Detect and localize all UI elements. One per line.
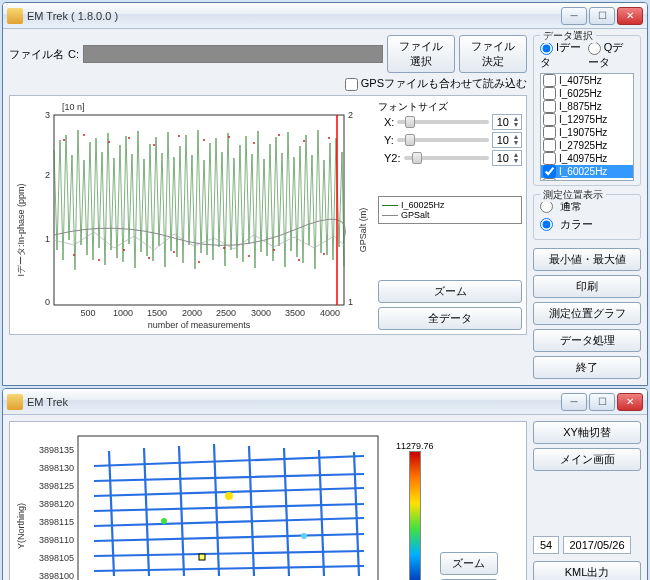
svg-text:1000: 1000 bbox=[113, 308, 133, 318]
map-window: EM Trek ─ ☐ ✕ Y(Northing) 38981003898105… bbox=[2, 388, 648, 580]
list-item[interactable]: I_27925Hz bbox=[541, 139, 633, 152]
svg-text:Y(Northing): Y(Northing) bbox=[16, 503, 26, 549]
close-button[interactable]: ✕ bbox=[617, 393, 643, 411]
svg-point-4 bbox=[63, 139, 65, 141]
record-number-field[interactable] bbox=[533, 536, 559, 554]
svg-point-60 bbox=[301, 533, 307, 539]
chart-legend: I_60025Hz GPSalt bbox=[378, 196, 522, 224]
window-title: EM Trek ( 1.8.0.0 ) bbox=[27, 10, 561, 22]
list-item[interactable]: I_8875Hz bbox=[541, 100, 633, 113]
pos-display-panel: 測定位置表示 通常 カラー bbox=[533, 194, 641, 240]
radio-color[interactable]: カラー bbox=[540, 217, 634, 232]
date-field[interactable] bbox=[563, 536, 631, 554]
svg-point-15 bbox=[328, 137, 330, 139]
minimize-button[interactable]: ─ bbox=[561, 7, 587, 25]
xy-switch-button[interactable]: XY軸切替 bbox=[533, 421, 641, 444]
alldata-button[interactable]: 全データ bbox=[378, 307, 522, 330]
svg-text:2: 2 bbox=[45, 170, 50, 180]
svg-text:3898115: 3898115 bbox=[39, 517, 74, 527]
svg-point-11 bbox=[228, 136, 230, 138]
svg-text:3898130: 3898130 bbox=[39, 463, 74, 473]
list-item[interactable]: I_40975Hz bbox=[541, 152, 633, 165]
close-button[interactable]: ✕ bbox=[617, 7, 643, 25]
titlebar[interactable]: EM Trek ( 1.8.0.0 ) ─ ☐ ✕ bbox=[3, 3, 647, 29]
svg-text:3500: 3500 bbox=[285, 308, 305, 318]
svg-text:3898135: 3898135 bbox=[39, 445, 74, 455]
svg-point-23 bbox=[248, 255, 250, 257]
svg-text:1: 1 bbox=[348, 297, 353, 307]
svg-text:2000: 2000 bbox=[182, 308, 202, 318]
titlebar-2[interactable]: EM Trek ─ ☐ ✕ bbox=[3, 389, 647, 415]
zoom-button[interactable]: ズーム bbox=[378, 280, 522, 303]
svg-point-25 bbox=[298, 259, 300, 261]
svg-text:0: 0 bbox=[45, 297, 50, 307]
radio-q-data[interactable]: Qデータ bbox=[588, 40, 634, 70]
svg-point-9 bbox=[178, 135, 180, 137]
window-title-2: EM Trek bbox=[27, 396, 561, 408]
svg-point-16 bbox=[73, 254, 75, 256]
svg-rect-3 bbox=[54, 115, 344, 305]
minimize-button[interactable]: ─ bbox=[561, 393, 587, 411]
svg-point-58 bbox=[225, 492, 233, 500]
file-path-field[interactable] bbox=[83, 45, 383, 63]
main-screen-button[interactable]: メイン画面 bbox=[533, 448, 641, 471]
svg-text:1500: 1500 bbox=[147, 308, 167, 318]
svg-point-19 bbox=[148, 257, 150, 259]
svg-text:3898125: 3898125 bbox=[39, 481, 74, 491]
svg-point-20 bbox=[173, 251, 175, 253]
list-item[interactable]: I_60025Hz bbox=[541, 165, 633, 178]
svg-point-10 bbox=[203, 139, 205, 141]
slider-x[interactable]: X:10▲▼ bbox=[384, 114, 522, 130]
app-icon bbox=[7, 8, 23, 24]
fontsize-label: フォントサイズ bbox=[378, 100, 522, 114]
svg-point-6 bbox=[108, 141, 110, 143]
frequency-listbox[interactable]: I_4075HzI_6025HzI_8875HzI_12975HzI_19075… bbox=[540, 73, 634, 181]
list-item[interactable]: I_12975Hz bbox=[541, 113, 633, 126]
svg-point-5 bbox=[83, 134, 85, 136]
minmax-button[interactable]: 最小値・最大値 bbox=[533, 248, 641, 271]
posgraph-button[interactable]: 測定位置グラフ bbox=[533, 302, 641, 325]
print-button[interactable]: 印刷 bbox=[533, 275, 641, 298]
file-confirm-button[interactable]: ファイル決定 bbox=[459, 35, 527, 73]
kml-export-button[interactable]: KML出力 bbox=[533, 561, 641, 580]
svg-text:1: 1 bbox=[45, 234, 50, 244]
maximize-button[interactable]: ☐ bbox=[589, 7, 615, 25]
list-item[interactable]: I_19075Hz bbox=[541, 126, 633, 139]
svg-text:[10 n]: [10 n] bbox=[62, 102, 85, 112]
svg-point-13 bbox=[278, 134, 280, 136]
svg-text:3898105: 3898105 bbox=[39, 553, 74, 563]
radio-i-data[interactable]: Iデータ bbox=[540, 40, 582, 70]
svg-point-7 bbox=[128, 137, 130, 139]
list-item[interactable]: I_4075Hz bbox=[541, 74, 633, 87]
svg-text:Iデータ:In-phase (ppm): Iデータ:In-phase (ppm) bbox=[16, 183, 26, 276]
svg-point-59 bbox=[161, 518, 167, 524]
map-chart: Y(Northing) 3898100389810538981103898115… bbox=[14, 426, 394, 580]
dataproc-button[interactable]: データ処理 bbox=[533, 329, 641, 352]
timeseries-chart: [10 n] Iデータ:In-phase (ppm) GPSalt (m) bbox=[14, 100, 374, 330]
list-item[interactable]: I_87075Hz bbox=[541, 178, 633, 181]
maximize-button[interactable]: ☐ bbox=[589, 393, 615, 411]
file-select-button[interactable]: ファイル選択 bbox=[387, 35, 455, 73]
map-chart-panel: Y(Northing) 3898100389810538981103898115… bbox=[9, 421, 527, 580]
svg-point-24 bbox=[273, 249, 275, 251]
exit-button[interactable]: 終了 bbox=[533, 356, 641, 379]
colorbar bbox=[409, 451, 421, 580]
gps-checkbox[interactable]: GPSファイルも合わせて読み込む bbox=[345, 76, 527, 91]
svg-point-14 bbox=[303, 140, 305, 142]
svg-point-21 bbox=[198, 261, 200, 263]
svg-point-26 bbox=[323, 253, 325, 255]
map-zoom-button[interactable]: ズーム bbox=[440, 552, 498, 575]
svg-rect-61 bbox=[199, 554, 205, 560]
timeseries-chart-panel: [10 n] Iデータ:In-phase (ppm) GPSalt (m) bbox=[9, 95, 527, 335]
svg-point-12 bbox=[253, 142, 255, 144]
svg-text:GPSalt (m): GPSalt (m) bbox=[358, 208, 368, 253]
list-item[interactable]: I_6025Hz bbox=[541, 87, 633, 100]
main-window: EM Trek ( 1.8.0.0 ) ─ ☐ ✕ ファイル名 C: ファイル選… bbox=[2, 2, 648, 386]
colorbar-max: 11279.76 bbox=[396, 441, 434, 451]
svg-text:4000: 4000 bbox=[320, 308, 340, 318]
slider-y2[interactable]: Y2:10▲▼ bbox=[384, 150, 522, 166]
svg-point-22 bbox=[223, 247, 225, 249]
file-prefix: C: bbox=[68, 48, 79, 60]
slider-y[interactable]: Y:10▲▼ bbox=[384, 132, 522, 148]
file-label: ファイル名 bbox=[9, 47, 64, 62]
